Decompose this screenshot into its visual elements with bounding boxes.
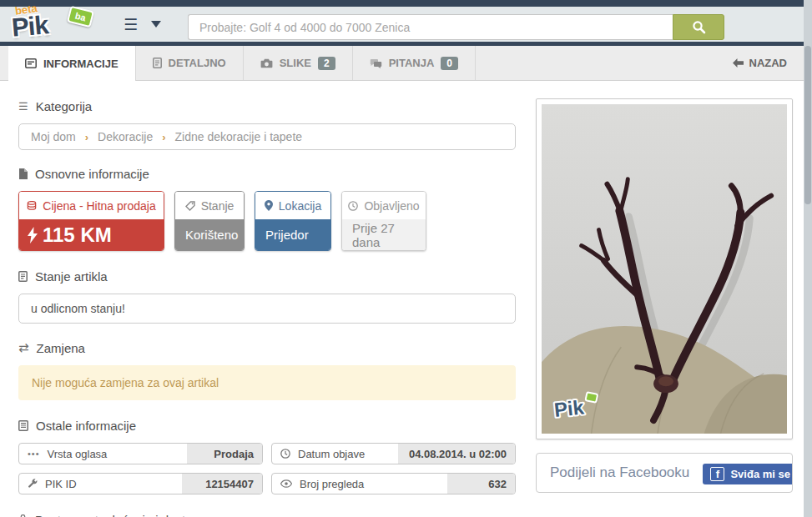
search-button[interactable] [673, 14, 724, 40]
card-label: Lokacija [279, 199, 321, 213]
location-value: Prijedor [265, 228, 309, 242]
tag-icon [185, 201, 195, 211]
clock-icon [280, 449, 290, 459]
card-label: Cijena - Hitna prodaja [43, 199, 155, 213]
row-label: Datum objave [298, 448, 365, 460]
listing-media-column: Pik Podijeli na Facebooku f Sviđa mi se [536, 98, 793, 493]
facebook-like-button[interactable]: f Sviđa mi se [703, 464, 793, 484]
camera-icon [260, 58, 273, 68]
tab-label: DETALJNO [169, 57, 226, 69]
row-value: 632 [447, 474, 515, 494]
condition-card: Stanje Korišteno [174, 191, 245, 251]
scrollbar-track[interactable] [804, 0, 812, 517]
tab-pitanja[interactable]: PITANJA 0 [353, 46, 476, 80]
antlers-photo-illustration: Pik [542, 104, 787, 434]
tab-label: SLIKE [280, 57, 311, 69]
chat-bubbles-icon [370, 58, 382, 68]
row-label: Broj pregleda [300, 478, 364, 490]
card-label: Stanje [201, 199, 235, 213]
exchange-arrows-icon: ⇄ [18, 340, 29, 355]
breadcrumb: Moj dom › Dekoracije › Zidne dekoracije … [18, 123, 516, 150]
svg-text:Pik: Pik [553, 395, 586, 421]
other-info-rows: ••• Vrsta oglasa Prodaja Datum objave 04… [18, 443, 516, 494]
logo-text: Pik [11, 10, 50, 43]
price-value: 115 KM [43, 223, 112, 247]
map-pin-icon [265, 200, 273, 211]
condition-text-box: u odlicnom stanju! [18, 294, 516, 324]
pik-logo[interactable]: beta Pik ba [8, 2, 100, 47]
search-bar [188, 14, 724, 40]
category-section-heading: ☰ Kategorija [18, 99, 516, 113]
tab-detaljno[interactable]: DETALJNO [136, 46, 244, 80]
breadcrumb-item[interactable]: Dekoracije [98, 130, 153, 143]
section-title: Ostale informacije [36, 419, 136, 433]
dots-icon: ••• [28, 449, 40, 459]
facebook-share-box: Podijeli na Facebooku f Sviđa mi se [536, 453, 793, 493]
eye-icon [280, 479, 292, 488]
row-label: PIK ID [45, 478, 77, 490]
search-icon [692, 20, 706, 34]
search-input[interactable] [188, 14, 673, 40]
published-card: Objavljeno Prije 27 dana [341, 191, 426, 251]
scrollbar-thumb[interactable] [804, 46, 811, 204]
note-icon [18, 271, 28, 282]
section-title: Kategorija [36, 99, 93, 113]
row-vrsta-oglasa: ••• Vrsta oglasa Prodaja [18, 443, 263, 464]
chevron-down-icon[interactable] [151, 21, 161, 28]
other-info-section-heading: Ostale informacije [18, 419, 516, 433]
row-value: Prodaja [187, 444, 262, 464]
row-datum-objave: Datum objave 04.08.2014. u 02:00 [271, 443, 516, 464]
breadcrumb-item[interactable]: Moj dom [31, 130, 76, 143]
pitanja-count-badge: 0 [441, 57, 458, 70]
condition-value: Korišteno [185, 228, 238, 242]
row-label: Vrsta oglasa [48, 448, 108, 460]
back-label: NAZAD [749, 57, 788, 69]
breadcrumb-item[interactable]: Zidne dekoracije i tapete [175, 130, 303, 143]
slike-count-badge: 2 [318, 57, 335, 70]
logo-tld-badge: ba [67, 6, 94, 28]
published-value: Prije 27 dana [352, 221, 416, 249]
row-pik-id: PIK ID 12154407 [18, 473, 263, 494]
row-broj-pregleda: Broj pregleda 632 [271, 473, 516, 494]
site-header: beta Pik ba ☰ [0, 7, 804, 42]
wrench-icon [28, 479, 38, 489]
breadcrumb-separator: › [85, 131, 88, 143]
share-label: Podijeli na Facebooku [550, 464, 689, 481]
info-card-icon [25, 58, 37, 68]
listing-details-column: ☰ Kategorija Moj dom › Dekoracije › Zidn… [18, 81, 516, 517]
coins-icon [27, 201, 37, 211]
tab-informacije[interactable]: INFORMACIJE [8, 46, 136, 81]
list-icon: ☰ [18, 100, 28, 113]
row-value: 04.08.2014. u 02:00 [398, 444, 515, 464]
section-title: Stanje artikla [35, 269, 108, 284]
basic-info-section-heading: Osnovne informacije [18, 167, 516, 181]
info-cards: Cijena - Hitna prodaja 115 KM Stanje [18, 191, 516, 251]
price-card: Cijena - Hitna prodaja 115 KM [18, 191, 164, 251]
main-content: ☰ Kategorija Moj dom › Dekoracije › Zidn… [0, 81, 804, 517]
file-icon [18, 168, 28, 179]
top-strip [0, 0, 812, 7]
listing-photo[interactable]: Pik [536, 98, 793, 439]
facebook-icon: f [710, 467, 724, 481]
section-title: Dostupnost, plaćanje i dostava [35, 513, 205, 517]
row-value: 12154407 [182, 474, 262, 494]
exchange-section-heading: ⇄ Zamjena [18, 340, 516, 355]
availability-section-heading: Dostupnost, plaćanje i dostava [18, 513, 516, 517]
tab-slike[interactable]: SLIKE 2 [244, 46, 353, 80]
clock-icon [348, 201, 358, 211]
hamburger-menu-icon[interactable]: ☰ [124, 17, 138, 33]
back-arrow-icon [733, 58, 744, 68]
document-icon [153, 58, 162, 68]
section-title: Zamjena [37, 341, 85, 355]
back-button[interactable]: NAZAD [733, 57, 788, 69]
exchange-alert: Nije moguća zamjena za ovaj artikal [18, 365, 516, 400]
card-label: Objavljeno [364, 199, 419, 213]
location-card: Lokacija Prijedor [255, 191, 331, 251]
tab-bar: INFORMACIJE DETALJNO SLIKE 2 PITANJA 0 [0, 42, 804, 81]
tab-label: PITANJA [389, 57, 435, 69]
like-button-label: Sviđa mi se [730, 468, 790, 480]
tab-label: INFORMACIJE [43, 58, 119, 70]
section-title: Osnovne informacije [35, 167, 149, 181]
breadcrumb-separator: › [162, 131, 165, 143]
lightning-bolt-icon [28, 227, 38, 243]
